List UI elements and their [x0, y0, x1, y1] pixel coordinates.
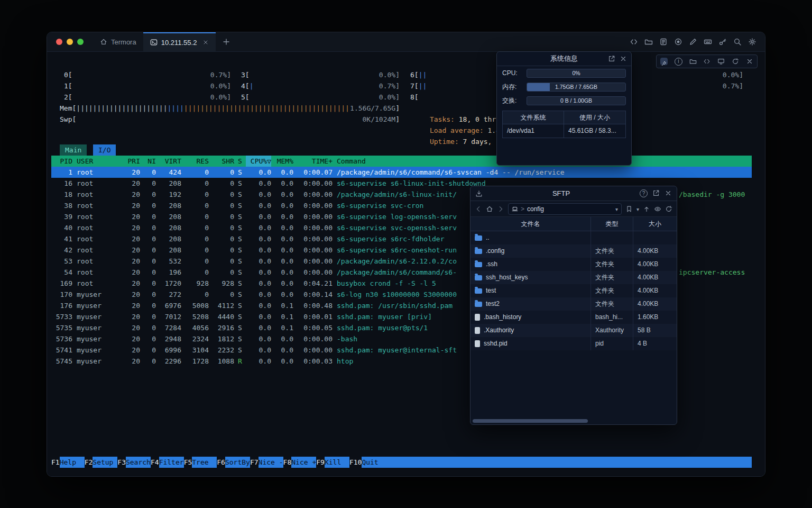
- cell-mem: 0.0: [271, 356, 293, 367]
- edit-icon[interactable]: [689, 38, 697, 46]
- col-time[interactable]: TIME+: [293, 156, 333, 167]
- chevron-down-icon[interactable]: [615, 205, 618, 213]
- open-in-window-icon[interactable]: [608, 55, 615, 62]
- file-row[interactable]: ssh_host_keys 文件夹 4.00KB: [470, 271, 677, 284]
- function-key[interactable]: F5 Tree: [184, 457, 217, 468]
- file-row[interactable]: .bash_history bash_hi... 1.60KB: [470, 311, 677, 324]
- cell-res: 2324: [181, 333, 209, 344]
- cell-shr: 0: [209, 211, 234, 222]
- col-user[interactable]: USER: [72, 156, 118, 167]
- tab-session[interactable]: 10.211.55.2: [143, 32, 216, 51]
- function-key[interactable]: F3 Search: [117, 457, 151, 468]
- file-row[interactable]: test2 文件夹 4.00KB: [470, 297, 677, 311]
- monitor-icon[interactable]: [717, 58, 725, 65]
- folder-icon[interactable]: [689, 58, 697, 65]
- file-name: sshd.pid: [484, 337, 508, 350]
- cell-virt: 208: [156, 211, 181, 222]
- cell-user: myuser: [72, 344, 118, 356]
- cell-res: 0: [181, 178, 209, 189]
- col-virt[interactable]: VIRT: [156, 156, 181, 167]
- plus-icon: [222, 38, 230, 46]
- function-key[interactable]: F2 Setup: [85, 457, 118, 468]
- cell-shr: 4440: [209, 311, 234, 322]
- minimize-window-button[interactable]: [67, 39, 73, 45]
- bookmark-icon[interactable]: [625, 205, 633, 213]
- file-row[interactable]: .config 文件夹 4.00KB: [470, 244, 677, 258]
- close-icon[interactable]: [665, 189, 672, 197]
- file-row[interactable]: test 文件夹 4.00KB: [470, 284, 677, 297]
- col-ni[interactable]: NI: [140, 156, 156, 167]
- help-icon[interactable]: [640, 189, 648, 197]
- file-row[interactable]: .Xauthority Xauthority 58 B: [470, 324, 677, 337]
- col-pri[interactable]: PRI: [118, 156, 140, 167]
- function-key[interactable]: F9 Kill: [316, 457, 349, 468]
- col-filename[interactable]: 文件名: [470, 217, 591, 231]
- home-icon[interactable]: [486, 205, 493, 213]
- up-directory-icon[interactable]: [643, 205, 650, 213]
- pin-icon[interactable]: [660, 58, 668, 65]
- search-icon[interactable]: [733, 38, 742, 46]
- cell-shr: 0: [209, 200, 234, 211]
- htop-tab-io[interactable]: I/O: [93, 144, 116, 156]
- download-icon[interactable]: [475, 190, 483, 197]
- close-icon[interactable]: [620, 55, 627, 62]
- cell-pid: 5736: [51, 333, 72, 344]
- filesystem-row[interactable]: /dev/vda1 45.61GB / 58.3...: [503, 124, 625, 138]
- open-in-window-icon[interactable]: [652, 189, 660, 197]
- info-icon[interactable]: [675, 58, 682, 66]
- col-size[interactable]: 大小: [633, 217, 677, 231]
- col-pid[interactable]: PID: [51, 156, 72, 167]
- back-icon[interactable]: [475, 205, 482, 213]
- cell-ni: 0: [140, 222, 156, 233]
- code-icon[interactable]: [703, 58, 710, 65]
- function-key[interactable]: F6 SortBy: [217, 457, 250, 468]
- function-key[interactable]: F1 Help: [51, 457, 85, 468]
- htop-tab-main[interactable]: Main: [60, 144, 87, 156]
- code-icon[interactable]: [630, 38, 638, 46]
- record-icon[interactable]: [674, 38, 682, 46]
- cell-shr: 0: [209, 256, 234, 267]
- col-type[interactable]: 类型: [591, 217, 633, 231]
- sync-icon[interactable]: [732, 58, 739, 65]
- eye-icon[interactable]: [654, 205, 661, 213]
- folder-icon[interactable]: [644, 38, 653, 46]
- col-s[interactable]: S: [234, 156, 246, 167]
- col-res[interactable]: RES: [181, 156, 209, 167]
- function-key[interactable]: F10 Quit: [349, 457, 386, 468]
- cell-user: root: [72, 256, 118, 267]
- cell-time: 0:00.14: [293, 289, 333, 300]
- overlay-toolbar: [656, 55, 758, 68]
- function-key[interactable]: F4 Filter: [151, 457, 184, 468]
- function-key[interactable]: F8 Nice +: [283, 457, 317, 468]
- cell-mem: 0.0: [271, 267, 293, 278]
- cell-res: 0: [181, 289, 209, 300]
- bookmark-chevron-icon[interactable]: [636, 205, 639, 213]
- cell-user: root: [72, 189, 118, 200]
- col-shr[interactable]: SHR: [209, 156, 234, 167]
- file-row[interactable]: sshd.pid pid 4 B: [470, 337, 677, 350]
- keyboard-icon[interactable]: [704, 38, 712, 46]
- file-row[interactable]: ..: [470, 231, 677, 244]
- file-row[interactable]: .ssh 文件夹 4.00KB: [470, 258, 677, 271]
- col-cpu-sort[interactable]: CPU%▽: [246, 156, 271, 167]
- process-row[interactable]: 1 root 20 0 424 0 0 S 0.0 0.0 0:00.07 /p…: [51, 167, 752, 178]
- close-window-button[interactable]: [56, 39, 62, 45]
- zoom-window-button[interactable]: [77, 39, 84, 45]
- close-tab-icon[interactable]: [202, 39, 209, 46]
- scrollbar-thumb[interactable]: [473, 419, 588, 423]
- cell-user: root: [72, 244, 118, 256]
- settings-icon[interactable]: [748, 38, 756, 46]
- breadcrumb-segment[interactable]: config: [527, 205, 544, 213]
- key-icon[interactable]: [718, 38, 727, 46]
- log-icon[interactable]: [659, 38, 668, 46]
- forward-icon[interactable]: [497, 205, 504, 213]
- new-tab-button[interactable]: [216, 32, 237, 51]
- path-breadcrumb[interactable]: > config: [508, 203, 622, 215]
- tab-termora[interactable]: Termora: [93, 32, 143, 51]
- col-mem[interactable]: MEM%: [271, 156, 293, 167]
- refresh-icon[interactable]: [665, 205, 672, 213]
- cell-shr: 2916: [209, 322, 234, 333]
- fkey-number: F1: [51, 457, 60, 468]
- close-icon[interactable]: [746, 58, 753, 65]
- function-key[interactable]: F7 Nice -: [250, 457, 283, 468]
